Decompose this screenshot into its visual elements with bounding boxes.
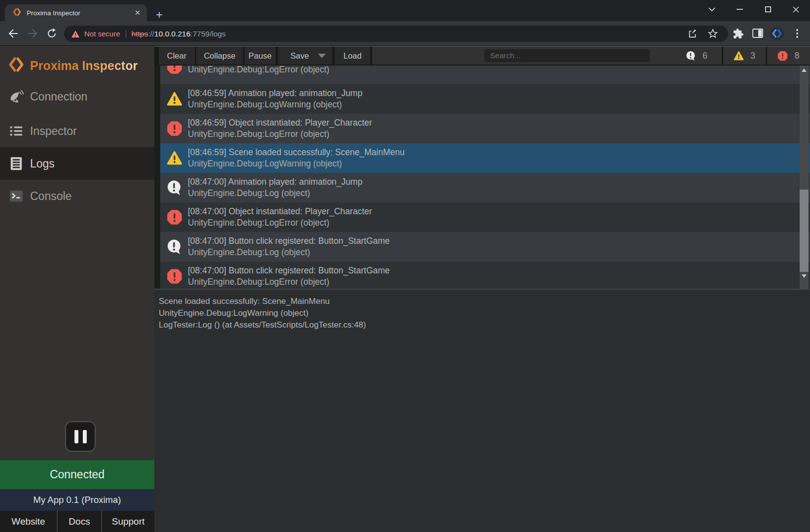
log-row-warning[interactable]: [08:46:59] Animation played: animation_J…: [154, 84, 810, 114]
log-message: [08:46:59] Scene loaded successfully: Sc…: [188, 147, 405, 158]
log-message: [08:46:59] Animation played: animation_J…: [188, 88, 362, 99]
log-message: [08:47:00] Object instantiated: Player_C…: [188, 206, 372, 217]
document-icon: [9, 156, 24, 171]
sidebar-item-connection[interactable]: Connection: [0, 80, 154, 113]
window-controls: [698, 0, 810, 19]
search-input[interactable]: Search...: [484, 49, 650, 62]
log-source: UnityEngine.Debug:LogError (object): [188, 129, 372, 140]
detail-line: Scene loaded successfully: Scene_MainMen…: [159, 296, 810, 307]
side-panel-icon[interactable]: [751, 27, 764, 40]
sidebar-item-label: Console: [30, 190, 71, 203]
logs-toolbar: ClearCollapsePauseSaveLoad Search... 6 3…: [154, 46, 810, 66]
bookmark-star-icon[interactable]: [706, 27, 719, 40]
save-button[interactable]: Save: [278, 47, 332, 65]
warning-badge-icon: [734, 51, 744, 61]
log-row-info[interactable]: [08:47:00] Animation played: animation_J…: [154, 173, 810, 202]
detail-line: LogTester:Log () (at Assets/TestScripts/…: [159, 319, 810, 331]
sidebar-item-console[interactable]: Console: [0, 180, 154, 212]
log-row-error[interactable]: [08:47:00] Button click registered: Butt…: [154, 262, 810, 290]
footer-link-docs[interactable]: Docs: [58, 511, 102, 532]
sidebar-item-logs[interactable]: Logs: [0, 147, 154, 180]
scroll-down-icon[interactable]: [802, 274, 807, 278]
logs-page: ClearCollapsePauseSaveLoad Search... 6 3…: [154, 46, 810, 532]
error-log-icon: [167, 268, 182, 284]
browser-window: Proxima Inspector ✕ +: [0, 0, 810, 532]
browser-menu-dots-icon[interactable]: [791, 27, 804, 40]
log-detail-panel: Scene loaded successfully: Scene_MainMen…: [154, 291, 810, 532]
close-window-button[interactable]: [782, 0, 810, 19]
sidebar-item-inspector[interactable]: Inspector: [0, 115, 154, 147]
info-log-icon: [167, 239, 182, 255]
extensions-puzzle-icon[interactable]: [732, 27, 744, 40]
pause-stream-button[interactable]: [65, 421, 96, 452]
url-path: :7759/logs: [190, 30, 226, 38]
log-row-error[interactable]: [08:47:00] Object instantiated: Player_C…: [154, 202, 810, 232]
error-log-icon: [167, 66, 182, 74]
save-dropdown-caret-icon[interactable]: [318, 54, 326, 58]
log-scrollbar[interactable]: [800, 66, 809, 290]
pause-icon: [74, 430, 78, 443]
browser-tab[interactable]: Proxima Inspector ✕: [5, 4, 147, 21]
sidebar-item-label: Inspector: [30, 125, 77, 138]
badge-count: 3: [750, 51, 755, 61]
not-secure-warning-icon: [71, 30, 80, 38]
clear-button[interactable]: Clear: [159, 47, 195, 65]
log-source: UnityEngine.Debug:LogError (object): [188, 217, 372, 229]
info-badge-icon: [686, 51, 696, 61]
connection-status-badge: Connected: [0, 460, 154, 489]
sidebar-footer: WebsiteDocsSupport: [0, 511, 154, 532]
tab-search-chevron-icon[interactable]: [698, 0, 726, 19]
collapse-button[interactable]: Collapse: [196, 47, 243, 65]
log-row-error[interactable]: [08:46:59] Object instantiated: Player_C…: [154, 114, 810, 143]
info-count-badge[interactable]: 6: [652, 47, 722, 65]
log-source: UnityEngine.Debug:LogError (object): [188, 66, 329, 75]
badge-count: 8: [794, 51, 799, 61]
error-count-badge[interactable]: 8: [767, 47, 810, 65]
footer-link-website[interactable]: Website: [0, 511, 58, 532]
log-source: UnityEngine.Debug:Log (object): [188, 247, 390, 258]
app-logo: Proxima Inspector: [8, 57, 138, 74]
new-tab-button[interactable]: +: [153, 9, 166, 22]
log-message: [08:47:00] Button click registered: Butt…: [188, 235, 390, 247]
forward-button[interactable]: [26, 27, 39, 40]
log-row-warning[interactable]: [08:46:59] Scene loaded successfully: Sc…: [154, 143, 810, 173]
security-status-label[interactable]: Not secure: [84, 30, 120, 38]
log-list: UnityEngine.Debug:LogError (object) [08:…: [154, 66, 810, 290]
satellite-icon: [9, 89, 24, 104]
log-row-info[interactable]: [08:47:00] Button click registered: Butt…: [154, 232, 810, 262]
minimize-button[interactable]: [726, 0, 754, 19]
detail-line: UnityEngine.Debug:LogWarning (object): [159, 307, 810, 319]
log-source: UnityEngine.Debug:LogError (object): [188, 276, 390, 288]
omnibox-divider: [126, 30, 126, 38]
proxima-favicon-icon: [13, 8, 21, 18]
info-log-icon: [167, 180, 182, 196]
scrollbar-thumb[interactable]: [800, 190, 809, 272]
warning-log-icon: [167, 91, 182, 107]
back-button[interactable]: [7, 27, 20, 40]
url-separator: ://: [148, 30, 154, 38]
log-source: UnityEngine.Debug:LogWarning (object): [188, 99, 362, 110]
log-count-badges: 6 3 8: [652, 47, 810, 65]
warning-count-badge[interactable]: 3: [723, 47, 766, 65]
error-log-icon: [167, 121, 182, 136]
log-source: UnityEngine.Debug:LogWarning (object): [188, 158, 405, 169]
tab-close-icon[interactable]: ✕: [133, 8, 142, 17]
sidebar: Proxima Inspector Connection Inspector L…: [0, 46, 154, 532]
log-message: [08:47:00] Button click registered: Butt…: [188, 265, 390, 276]
profile-avatar[interactable]: [770, 26, 784, 41]
error-log-icon: [167, 209, 182, 225]
scroll-up-icon[interactable]: [802, 68, 807, 72]
log-row-error[interactable]: UnityEngine.Debug:LogError (object): [154, 66, 810, 84]
share-icon[interactable]: [686, 27, 699, 40]
footer-link-support[interactable]: Support: [102, 511, 154, 532]
load-button[interactable]: Load: [335, 47, 370, 65]
proxima-logo-icon: [8, 57, 24, 74]
maximize-button[interactable]: [754, 0, 782, 19]
log-message: [08:46:59] Object instantiated: Player_C…: [188, 117, 372, 129]
reload-button[interactable]: [45, 27, 58, 40]
pause-button[interactable]: Pause: [245, 47, 276, 65]
error-badge-icon: [777, 51, 788, 61]
address-bar[interactable]: Not secure https://10.0.0.216:7759/logs: [64, 26, 728, 42]
log-message: [08:47:00] Animation played: animation_J…: [188, 176, 362, 188]
url-host: 10.0.0.216: [154, 30, 190, 38]
